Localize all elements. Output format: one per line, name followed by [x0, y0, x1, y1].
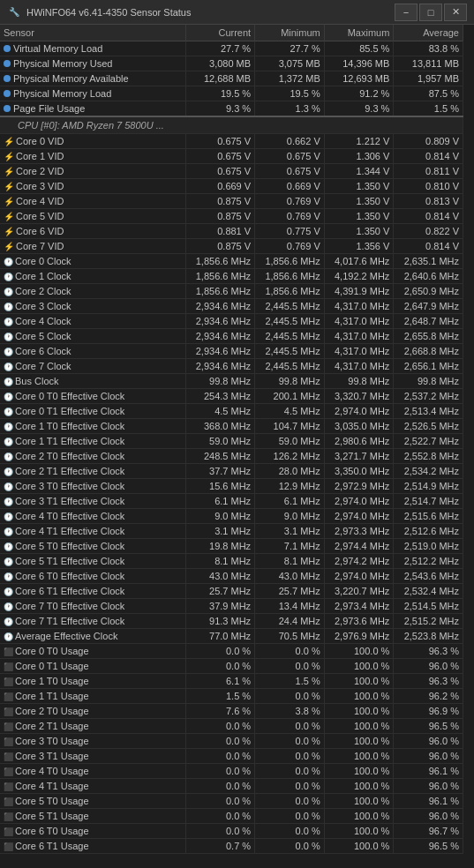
current-val: 1,856.6 MHz — [185, 269, 255, 284]
table-row[interactable]: ⚡Core 5 VID 0.875 V 0.769 V 1.350 V 0.81… — [0, 209, 463, 224]
table-row[interactable]: Virtual Memory Load 27.7 % 27.7 % 85.5 %… — [0, 41, 463, 56]
sensor-name-cell: Page File Usage — [0, 101, 185, 117]
avg-val: 2,519.0 MHz — [394, 539, 463, 554]
table-row[interactable]: 🕐Core 5 T0 Effective Clock 19.8 MHz 7.1 … — [0, 539, 463, 554]
avg-val: 2,523.8 MHz — [394, 629, 463, 644]
table-row[interactable]: 🕐Core 2 Clock 1,856.6 MHz 1,856.6 MHz 4,… — [0, 284, 463, 299]
table-row[interactable]: ⬛Core 3 T1 Usage 0.0 % 0.0 % 100.0 % 96.… — [0, 749, 463, 764]
avg-val: 96.2 % — [394, 689, 463, 704]
table-row[interactable]: 🕐Core 2 T1 Effective Clock 37.7 MHz 28.0… — [0, 464, 463, 479]
table-row[interactable]: 🕐Core 6 Clock 2,934.6 MHz 2,445.5 MHz 4,… — [0, 344, 463, 359]
close-button[interactable]: ✕ — [444, 4, 467, 21]
current-val: 2,934.6 MHz — [185, 344, 255, 359]
sensor-name-cell: 🕐Core 3 Clock — [0, 299, 185, 314]
table-row[interactable]: 🕐Core 3 T0 Effective Clock 15.6 MHz 12.9… — [0, 479, 463, 494]
sensor-name-cell: 🕐Core 3 T0 Effective Clock — [0, 479, 185, 494]
table-row[interactable]: ⬛Core 2 T1 Usage 0.0 % 0.0 % 100.0 % 96.… — [0, 719, 463, 734]
table-row[interactable]: 🕐Core 4 T1 Effective Clock 3.1 MHz 3.1 M… — [0, 524, 463, 539]
sensor-name-cell: ⚡Core 6 VID — [0, 224, 185, 239]
avg-val: 2,552.8 MHz — [394, 449, 463, 464]
sensor-name-cell: ⬛Core 2 T1 Usage — [0, 719, 185, 734]
table-row[interactable]: ⬛Core 6 T0 Usage 0.0 % 0.0 % 100.0 % 96.… — [0, 824, 463, 839]
table-row[interactable]: 🕐Core 3 T1 Effective Clock 6.1 MHz 6.1 M… — [0, 494, 463, 509]
table-row[interactable]: ⬛Core 4 T1 Usage 0.0 % 0.0 % 100.0 % 96.… — [0, 779, 463, 794]
current-val: 1.5 % — [185, 689, 255, 704]
table-row[interactable]: ⚡Core 4 VID 0.875 V 0.769 V 1.350 V 0.81… — [0, 194, 463, 209]
table-row[interactable]: 🕐Core 0 T1 Effective Clock 4.5 MHz 4.5 M… — [0, 404, 463, 419]
table-row[interactable]: 🕐Core 6 T1 Effective Clock 25.7 MHz 25.7… — [0, 584, 463, 599]
sensor-name-cell: Physical Memory Available — [0, 71, 185, 86]
max-val: 100.0 % — [324, 749, 394, 764]
title-bar: 🔧 HWiNFO64 v6.41-4350 Sensor Status − □ … — [0, 0, 474, 25]
table-row[interactable]: ⚡Core 7 VID 0.875 V 0.769 V 1.356 V 0.81… — [0, 239, 463, 254]
min-val: 1,372 MB — [255, 71, 325, 86]
table-row[interactable]: Physical Memory Used 3,080 MB 3,075 MB 1… — [0, 56, 463, 71]
max-val: 4,192.2 MHz — [324, 269, 394, 284]
table-row[interactable]: 🕐Core 0 T0 Effective Clock 254.3 MHz 200… — [0, 389, 463, 404]
table-row[interactable]: 🕐Core 5 T1 Effective Clock 8.1 MHz 8.1 M… — [0, 554, 463, 569]
table-row[interactable]: ⚡Core 2 VID 0.675 V 0.675 V 1.344 V 0.81… — [0, 164, 463, 179]
table-row[interactable]: 🕐Core 7 Clock 2,934.6 MHz 2,445.5 MHz 4,… — [0, 359, 463, 374]
min-val: 0.0 % — [255, 734, 325, 749]
table-row[interactable]: ⚡Core 3 VID 0.669 V 0.669 V 1.350 V 0.81… — [0, 179, 463, 194]
avg-val: 2,640.6 MHz — [394, 269, 463, 284]
table-row[interactable]: 🕐Core 4 Clock 2,934.6 MHz 2,445.5 MHz 4,… — [0, 314, 463, 329]
current-val: 37.9 MHz — [185, 599, 255, 614]
maximize-button[interactable]: □ — [419, 4, 442, 21]
table-row[interactable]: 🕐Core 1 Clock 1,856.6 MHz 1,856.6 MHz 4,… — [0, 269, 463, 284]
avg-val: 2,668.8 MHz — [394, 344, 463, 359]
table-row[interactable]: ⬛Core 5 T0 Usage 0.0 % 0.0 % 100.0 % 96.… — [0, 794, 463, 809]
avg-val: 96.5 % — [394, 839, 463, 854]
table-row[interactable]: 🕐Average Effective Clock 77.0 MHz 70.5 M… — [0, 629, 463, 644]
table-row[interactable]: 🕐Core 4 T0 Effective Clock 9.0 MHz 9.0 M… — [0, 509, 463, 524]
table-row[interactable]: ⬛Core 5 T1 Usage 0.0 % 0.0 % 100.0 % 96.… — [0, 809, 463, 824]
table-row[interactable]: 🕐Core 0 Clock 1,856.6 MHz 1,856.6 MHz 4,… — [0, 254, 463, 269]
table-row[interactable]: Physical Memory Available 12,688 MB 1,37… — [0, 71, 463, 86]
table-row[interactable]: 🕐Core 5 Clock 2,934.6 MHz 2,445.5 MHz 4,… — [0, 329, 463, 344]
max-val: 1.350 V — [324, 179, 394, 194]
window-controls[interactable]: − □ ✕ — [395, 4, 467, 21]
avg-val: 2,512.2 MHz — [394, 554, 463, 569]
sensor-name-cell: ⚡Core 0 VID — [0, 134, 185, 149]
sensor-name-cell: 🕐Core 7 T1 Effective Clock — [0, 614, 185, 629]
table-row[interactable]: 🕐Core 1 T0 Effective Clock 368.0 MHz 104… — [0, 419, 463, 434]
sensor-name-cell: ⚡Core 5 VID — [0, 209, 185, 224]
table-row[interactable]: ⬛Core 2 T0 Usage 7.6 % 3.8 % 100.0 % 96.… — [0, 704, 463, 719]
current-val: 0.675 V — [185, 149, 255, 164]
table-row[interactable]: 🕐Core 2 T0 Effective Clock 248.5 MHz 126… — [0, 449, 463, 464]
table-row[interactable]: ⬛Core 4 T0 Usage 0.0 % 0.0 % 100.0 % 96.… — [0, 764, 463, 779]
table-row[interactable]: 🕐Core 7 T1 Effective Clock 91.3 MHz 24.4… — [0, 614, 463, 629]
avg-val: 0.809 V — [394, 134, 463, 149]
table-row[interactable]: 🕐Core 7 T0 Effective Clock 37.9 MHz 13.4… — [0, 599, 463, 614]
table-row[interactable]: ⬛Core 0 T0 Usage 0.0 % 0.0 % 100.0 % 96.… — [0, 644, 463, 659]
avg-val: 2,512.6 MHz — [394, 524, 463, 539]
table-row[interactable]: ⚡Core 1 VID 0.675 V 0.675 V 1.306 V 0.81… — [0, 149, 463, 164]
avg-val: 2,532.4 MHz — [394, 584, 463, 599]
current-val: 3,080 MB — [185, 56, 255, 71]
table-row[interactable]: ⚡Core 6 VID 0.881 V 0.775 V 1.350 V 0.82… — [0, 224, 463, 239]
table-row[interactable]: ⬛Core 3 T0 Usage 0.0 % 0.0 % 100.0 % 96.… — [0, 734, 463, 749]
avg-val: 2,514.7 MHz — [394, 494, 463, 509]
table-row[interactable]: 🕐Core 6 T0 Effective Clock 43.0 MHz 43.0… — [0, 569, 463, 584]
current-val: 77.0 MHz — [185, 629, 255, 644]
table-row[interactable]: 🕐Bus Clock 99.8 MHz 99.8 MHz 99.8 MHz 99… — [0, 374, 463, 389]
current-val: 6.1 % — [185, 674, 255, 689]
table-row[interactable]: Physical Memory Load 19.5 % 19.5 % 91.2 … — [0, 86, 463, 101]
min-val: 0.675 V — [255, 164, 325, 179]
table-row[interactable]: ⬛Core 0 T1 Usage 0.0 % 0.0 % 100.0 % 96.… — [0, 659, 463, 674]
sensor-name-cell: 🕐Core 0 T0 Effective Clock — [0, 389, 185, 404]
current-val: 0.875 V — [185, 209, 255, 224]
min-val: 24.4 MHz — [255, 614, 325, 629]
minimize-button[interactable]: − — [395, 4, 418, 21]
table-row[interactable]: ⬛Core 1 T0 Usage 6.1 % 1.5 % 100.0 % 96.… — [0, 674, 463, 689]
avg-val: 2,650.9 MHz — [394, 284, 463, 299]
sensor-name-cell: ⬛Core 5 T1 Usage — [0, 809, 185, 824]
table-row[interactable]: 🕐Core 1 T1 Effective Clock 59.0 MHz 59.0… — [0, 434, 463, 449]
current-val: 0.0 % — [185, 659, 255, 674]
table-row[interactable]: 🕐Core 3 Clock 2,934.6 MHz 2,445.5 MHz 4,… — [0, 299, 463, 314]
table-row[interactable]: Page File Usage 9.3 % 1.3 % 9.3 % 1.5 % — [0, 101, 463, 117]
table-row[interactable]: ⚡Core 0 VID 0.675 V 0.662 V 1.212 V 0.80… — [0, 134, 463, 149]
table-row[interactable]: ⬛Core 1 T1 Usage 1.5 % 0.0 % 100.0 % 96.… — [0, 689, 463, 704]
table-row[interactable]: ⬛Core 6 T1 Usage 0.7 % 0.0 % 100.0 % 96.… — [0, 839, 463, 854]
avg-val: 0.814 V — [394, 149, 463, 164]
